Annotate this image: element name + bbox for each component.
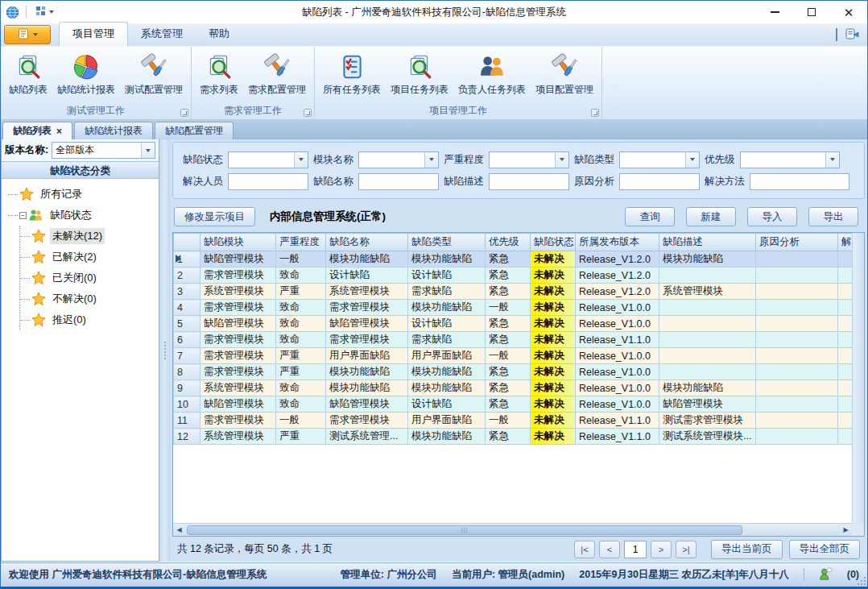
table-row[interactable]: 5缺陷管理模块致命缺陷管理模块设计缺陷紧急未解决Release_V1.0.0 [174,316,853,332]
export-all-pages-button[interactable]: 导出全部页 [789,540,861,559]
filter-input-缺陷描述[interactable] [489,173,569,190]
next-page-button[interactable]: > [651,541,672,558]
ribbon-button-项目任务列表[interactable]: 项目任务列表 [386,49,453,99]
table-row[interactable]: 12系统管理模块严重测试系统管理...模块功能缺陷紧急未解决Release_V1… [174,429,853,445]
collapse-ribbon-button[interactable] [836,30,837,41]
tree-item-所有记录[interactable]: 所有记录 [8,184,159,205]
minimize-button[interactable] [756,1,793,23]
table-row[interactable]: 8需求管理模块严重模块功能缺陷模块功能缺陷紧急未解决Release_V1.0.0 [174,364,853,380]
tree-item-不解决(0)[interactable]: 不解决(0) [20,288,159,309]
page-number-input[interactable] [624,541,647,558]
tree-item-未解决(12)[interactable]: 未解决(12) [20,226,159,247]
tree-item-推迟(0)[interactable]: 推迟(0) [20,309,159,330]
filter-input-原因分析[interactable] [619,173,700,190]
combobox-dropdown-button[interactable] [825,152,839,168]
help-icon[interactable] [845,27,859,43]
splitter-handle[interactable] [159,139,170,562]
combobox-dropdown-button[interactable] [424,152,438,168]
table-row[interactable]: 1缺陷管理模块一般模块功能缺陷模块功能缺陷紧急未解决Release_V1.2.0… [174,251,853,268]
column-header-原因分析[interactable]: 原因分析 [756,234,838,251]
table-row[interactable]: 2需求管理模块致命设计缺陷设计缺陷紧急未解决Release_V1.2.0 [174,268,853,284]
filter-input-缺陷名称[interactable] [358,173,439,190]
ribbon-button-项目配置管理[interactable]: 项目配置管理 [531,49,598,99]
column-header-缺陷类型[interactable]: 缺陷类型 [408,234,486,251]
chevron-up-icon [836,28,837,41]
ribbon-button-需求配置管理[interactable]: 需求配置管理 [243,49,311,99]
table-row[interactable]: 3系统管理模块严重系统管理模块需求缺陷紧急未解决Release_V1.2.0系统… [174,284,853,300]
column-header-所属发布版本[interactable]: 所属发布版本 [576,234,659,251]
messages-person-icon[interactable] [819,567,833,583]
filter-input-解决方法[interactable] [750,173,849,190]
action-button-新建[interactable]: 新建 [686,207,736,226]
ribbon-button-测试配置管理[interactable]: 测试配置管理 [120,49,188,99]
ribbon-tab-项目管理[interactable]: 项目管理 [59,22,128,46]
dialog-launcher-icon[interactable] [304,109,312,117]
table-row[interactable]: 9系统管理模块致命模块功能缺陷模块功能缺陷紧急未解决Release_V1.0.0… [174,380,853,396]
tree-item-缺陷状态[interactable]: −缺陷状态 [8,205,159,226]
combobox-dropdown-button[interactable] [141,143,155,158]
ribbon-button-缺陷列表[interactable]: 缺陷列表 [4,49,52,99]
filter-input-解决人员[interactable] [228,173,308,190]
action-button-查询[interactable]: 查询 [625,207,675,226]
version-combobox[interactable]: 全部版本 [52,142,155,159]
vertical-scrollbar[interactable] [852,233,864,523]
table-row[interactable]: 7需求管理模块严重用户界面缺陷用户界面缺陷一般未解决Release_V1.0.0 [174,348,853,364]
action-button-导出[interactable]: 导出 [808,207,858,226]
doc-tab-缺陷配置管理[interactable]: 缺陷配置管理 [155,122,234,139]
ribbon-button-所有任务列表[interactable]: 所有任务列表 [318,49,386,99]
dialog-launcher-icon[interactable] [180,109,188,117]
scroll-left-icon[interactable]: ◀ [173,524,185,536]
modify-display-columns-button[interactable]: 修改显示项目 [174,207,255,226]
filter-combobox-模块名称[interactable] [358,151,439,168]
dialog-launcher-icon[interactable] [591,109,599,117]
filter-combobox-缺陷状态[interactable] [228,151,308,168]
ribbon-button-需求列表[interactable]: 需求列表 [195,49,243,99]
scrollbar-thumb[interactable]: ||| [187,525,742,535]
column-header-解决[interactable]: 解决 [838,234,853,251]
export-current-page-button[interactable]: 导出当前页 [711,540,783,559]
column-header-缺陷模块[interactable]: 缺陷模块 [200,234,276,251]
tools-icon [551,53,578,81]
column-header-优先级[interactable]: 优先级 [486,234,531,251]
close-tab-icon[interactable]: × [56,126,62,137]
combobox-dropdown-button[interactable] [294,152,308,168]
scroll-right-icon[interactable]: ▶ [840,524,852,536]
defect-status-tree: 所有记录−缺陷状态未解决(12)已解决(2)已关闭(0)不解决(0)推迟(0) [2,179,159,561]
table-row[interactable]: 4需求管理模块致命需求管理模块模块功能缺陷一般未解决Release_V1.0.0 [174,300,853,316]
table-row[interactable]: 6需求管理模块致命需求管理模块需求缺陷紧急未解决Release_V1.1.0 [174,332,853,348]
action-button-导入[interactable]: 导入 [747,207,797,226]
tree-item-已关闭(0)[interactable]: 已关闭(0) [20,268,159,288]
row-number: 7 [174,348,200,364]
column-header-缺陷状态[interactable]: 缺陷状态 [531,234,576,251]
last-page-button[interactable]: >| [676,541,696,558]
doc-tab-缺陷列表[interactable]: 缺陷列表× [2,122,72,139]
ribbon-tab-帮助[interactable]: 帮助 [196,23,242,46]
quick-access-toolbar-button[interactable] [33,4,56,21]
resize-grip[interactable] [858,577,866,585]
tree-collapse-icon[interactable]: − [19,212,27,219]
ribbon-tab-系统管理[interactable]: 系统管理 [128,23,196,46]
tree-item-label: 所有记录 [38,186,85,202]
close-button[interactable]: ✕ [830,1,867,23]
column-header-严重程度[interactable]: 严重程度 [276,234,326,251]
ribbon-button-缺陷统计报表[interactable]: 缺陷统计报表 [52,49,120,99]
filter-combobox-优先级[interactable] [740,151,840,168]
prev-page-button[interactable]: < [599,541,620,558]
combobox-dropdown-button[interactable] [555,152,568,168]
combobox-dropdown-button[interactable] [685,152,699,168]
column-header-缺陷名称[interactable]: 缺陷名称 [326,234,408,251]
table-row[interactable]: 11需求管理模块一般需求管理模块用户界面缺陷一般未解决Release_V1.1.… [174,413,853,429]
filter-combobox-缺陷类型[interactable] [619,151,700,168]
first-page-button[interactable]: |< [574,541,595,558]
maximize-button[interactable] [793,1,830,23]
ribbon-button-负责人任务列表[interactable]: 负责人任务列表 [453,49,531,99]
row-indicator-header[interactable] [174,234,200,251]
filter-combobox-严重程度[interactable] [489,151,569,168]
horizontal-scrollbar[interactable]: ◀ ||| ▶ [173,523,852,536]
application-menu-button[interactable] [4,25,51,44]
table-row[interactable]: 10缺陷管理模块致命缺陷管理模块设计缺陷紧急未解决Release_V1.0.0缺… [174,396,853,413]
tree-item-已解决(2)[interactable]: 已解决(2) [20,247,159,268]
doc-tab-缺陷统计报表[interactable]: 缺陷统计报表 [74,122,153,139]
cell: 缺陷管理模块 [659,396,756,413]
column-header-缺陷描述[interactable]: 缺陷描述 [659,234,756,251]
